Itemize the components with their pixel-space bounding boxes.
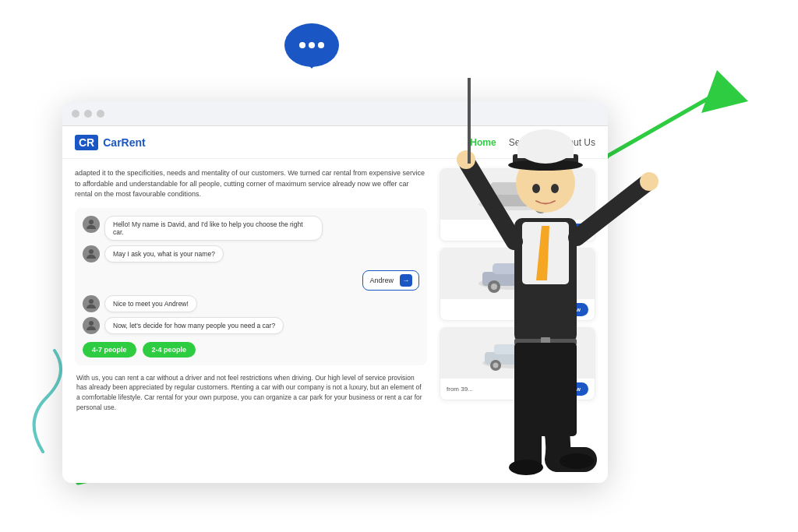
- car-card-footer-3: from 39... Book now: [440, 379, 595, 400]
- car-image-3: [440, 328, 595, 379]
- chat-container: Hello! My name is David, and I'd like to…: [75, 208, 427, 365]
- chat-input-arrow[interactable]: →: [400, 274, 412, 287]
- chat-avatar-4: [83, 317, 100, 334]
- right-col: Book now: [440, 168, 595, 413]
- choice-4-7-people[interactable]: 4-7 people: [83, 342, 136, 358]
- nav-logo-text: CarRent: [103, 136, 145, 149]
- chat-bubble-2: May I ask you, what is your name?: [104, 245, 224, 262]
- car-image-1: [440, 169, 595, 220]
- nav-link-services[interactable]: Services: [509, 137, 545, 148]
- chat-avatar-2: [83, 245, 100, 262]
- intro-text: adapted it to the specificities, needs a…: [75, 168, 427, 200]
- chat-message-2: May I ask you, what is your name?: [83, 245, 419, 262]
- main-content: adapted it to the specificities, needs a…: [62, 159, 608, 422]
- browser-dot-1: [72, 110, 79, 118]
- car-svg-2: [471, 252, 564, 295]
- chat-input[interactable]: Andrew →: [362, 270, 419, 291]
- chat-message-4: Now, let's decide for how many people yo…: [83, 317, 419, 334]
- speech-dots: [299, 42, 324, 48]
- svg-point-3: [89, 299, 94, 304]
- nav-link-about[interactable]: About Us: [557, 137, 595, 148]
- browser-dot-2: [84, 110, 92, 118]
- browser-dot-3: [97, 110, 104, 118]
- svg-rect-21: [494, 344, 533, 354]
- svg-point-4: [89, 321, 94, 326]
- nav-links: Home Services About Us: [470, 137, 595, 148]
- car-card-1: Book now: [440, 168, 595, 241]
- svg-point-2: [89, 249, 94, 254]
- car-card-footer-2: Book now: [440, 299, 595, 320]
- car-image-2: [440, 248, 595, 299]
- car-card-2: Book now: [440, 248, 595, 321]
- svg-point-32: [640, 172, 659, 191]
- book-button-2[interactable]: Book now: [543, 303, 588, 316]
- svg-point-1: [89, 220, 94, 224]
- car-price-3: from 39...: [447, 386, 473, 393]
- chat-bubble-3: Nice to meet you Andrew!: [104, 295, 197, 312]
- svg-point-9: [491, 204, 497, 210]
- chat-input-value: Andrew: [369, 277, 394, 284]
- car-svg-3: [471, 332, 564, 375]
- book-button-1[interactable]: Book now: [543, 224, 588, 237]
- choice-2-4-people[interactable]: 2-4 people: [143, 342, 196, 358]
- speech-bubble: [284, 23, 339, 67]
- car-card-3: from 39... Book now: [440, 327, 595, 400]
- svg-marker-0: [701, 70, 748, 113]
- browser-content: CR CarRent Home Services About Us adapte…: [62, 126, 608, 483]
- speech-dot-1: [299, 42, 305, 48]
- chat-bubble-1: Hello! My name is David, and I'd like to…: [104, 216, 323, 241]
- nav-logo-cr: CR: [75, 135, 98, 150]
- chat-bubble-4: Now, let's decide for how many people yo…: [104, 317, 284, 334]
- svg-rect-14: [493, 263, 535, 274]
- speech-bubble-inner: [284, 23, 339, 67]
- svg-point-23: [493, 363, 499, 368]
- browser-window: CR CarRent Home Services About Us adapte…: [62, 101, 608, 483]
- nav-link-home[interactable]: Home: [470, 137, 496, 148]
- browser-bar: [62, 101, 608, 126]
- svg-point-16: [491, 284, 497, 290]
- left-col: adapted it to the specificities, needs a…: [75, 168, 427, 413]
- chat-avatar-3: [83, 295, 100, 312]
- chat-message-3: Nice to meet you Andrew!: [83, 295, 419, 312]
- nav-logo: CR CarRent: [75, 135, 146, 150]
- chat-choice-row: 4-7 people 2-4 people: [83, 342, 419, 358]
- svg-point-18: [538, 284, 544, 290]
- svg-point-25: [537, 363, 542, 368]
- nav-bar: CR CarRent Home Services About Us: [62, 126, 608, 159]
- car-card-footer-1: Book now: [440, 220, 595, 241]
- speech-dot-2: [309, 42, 315, 48]
- chat-input-row: Andrew →: [83, 270, 419, 291]
- chat-message-1: Hello! My name is David, and I'd like to…: [83, 216, 419, 241]
- chat-avatar-1: [83, 216, 100, 233]
- speech-dot-3: [318, 42, 324, 48]
- svg-rect-7: [490, 182, 537, 195]
- car-svg-1: [471, 173, 564, 216]
- book-button-3[interactable]: Book now: [543, 382, 588, 396]
- svg-point-11: [538, 204, 544, 210]
- bottom-text: With us, you can rent a car without a dr…: [75, 373, 427, 413]
